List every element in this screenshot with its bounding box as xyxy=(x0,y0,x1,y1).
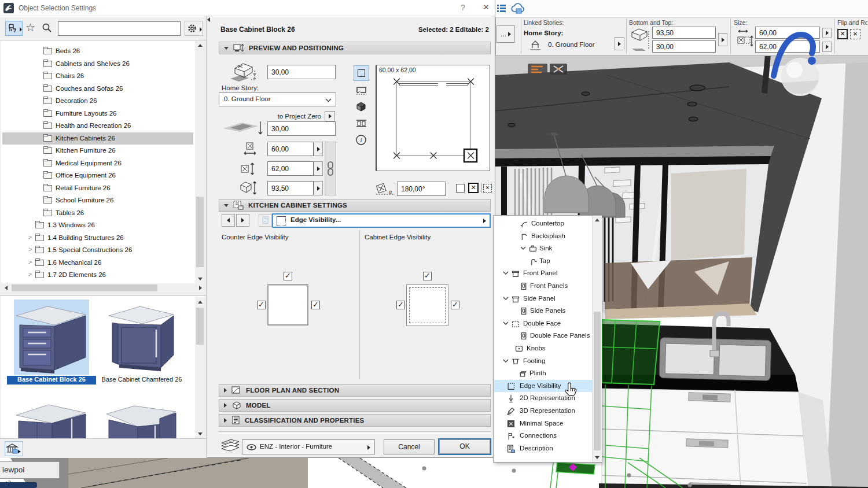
counter-edge-left-checkbox[interactable]: ✓ xyxy=(257,301,266,309)
to-project-zero-flyout[interactable] xyxy=(325,111,335,121)
expand-chevron-icon[interactable]: > xyxy=(28,234,32,241)
top-elevation-input[interactable] xyxy=(267,65,336,79)
size-depth-flyout[interactable] xyxy=(822,42,832,52)
menu-item-double-face[interactable]: Double Face xyxy=(494,317,592,330)
width-input[interactable] xyxy=(267,142,314,156)
preview-info-button[interactable]: i xyxy=(354,132,369,148)
search-input[interactable] xyxy=(58,21,181,36)
tree-item[interactable]: Cabinets and Shelves 26 xyxy=(2,58,193,71)
menu-item-front-panel[interactable]: Front Panel xyxy=(494,267,592,280)
thumbnail-corner-cabinet-a[interactable] xyxy=(14,400,89,438)
height-input[interactable] xyxy=(267,181,314,195)
menu-item-sink[interactable]: Sink xyxy=(494,242,592,255)
menu-item-footing[interactable]: Footing xyxy=(494,355,592,368)
preview-mode-3d-button[interactable] xyxy=(354,99,369,114)
viewpoint-palette-fragment[interactable]: iewpoi xyxy=(0,461,60,479)
tree-item[interactable]: >1.6 Mechanical 26 xyxy=(2,257,193,269)
home-story-select[interactable]: 0. Ground Floor xyxy=(219,93,336,106)
mirror-ghost-button[interactable]: ✕ xyxy=(483,184,492,193)
thumbnails-vertical-scrollbar[interactable] xyxy=(195,297,205,438)
menu-item-connections[interactable]: Connections xyxy=(494,430,592,442)
previous-page-button[interactable] xyxy=(222,214,235,227)
counter-edge-right-checkbox[interactable]: ✓ xyxy=(311,301,320,309)
tree-item[interactable]: Health and Recreation 26 xyxy=(2,120,193,132)
thumbnail-label[interactable]: Base Cabinet Block 26 xyxy=(7,376,96,385)
rotation-angle-input[interactable] xyxy=(397,182,446,196)
tree-item[interactable]: >1.5 Special Constructions 26 xyxy=(2,244,193,257)
menu-item-knobs[interactable]: Knobs xyxy=(494,342,592,355)
favorites-star-icon[interactable]: ☆ xyxy=(25,21,35,34)
cancel-button[interactable]: Cancel xyxy=(384,439,435,454)
tree-item[interactable]: Decoration 26 xyxy=(2,95,193,108)
page-selector-combo[interactable]: Edge Visibility... xyxy=(272,213,491,228)
tree-item[interactable]: Kitchen Cabinets 26 xyxy=(2,132,193,145)
expand-chevron-icon[interactable]: > xyxy=(28,258,32,265)
tree-horizontal-scrollbar[interactable] xyxy=(1,283,205,293)
size-width-field[interactable] xyxy=(755,27,820,39)
depth-flyout[interactable] xyxy=(314,161,323,176)
preview-mode-section-button[interactable] xyxy=(354,116,369,131)
cabinet-edge-top-checkbox[interactable]: ✓ xyxy=(423,272,432,280)
section-classification[interactable]: CLASSIFICATION AND PROPERTIES xyxy=(219,414,491,427)
top-elevation-field[interactable] xyxy=(652,27,716,39)
cabinet-edge-right-checkbox[interactable]: ✓ xyxy=(451,301,459,309)
size-width-flyout[interactable] xyxy=(822,28,832,38)
mirror-off-checkbox[interactable] xyxy=(456,184,465,193)
thumbnail-corner-cabinet-b[interactable] xyxy=(104,400,179,438)
ok-button[interactable]: OK xyxy=(438,438,491,455)
menu-item-plinth[interactable]: Plinth xyxy=(494,367,592,380)
tree-item[interactable]: Furniture Layouts 26 xyxy=(2,108,193,120)
mirror-on-button[interactable]: ✕ xyxy=(468,183,479,193)
home-story-flyout[interactable] xyxy=(615,37,624,50)
flip-mirror-button[interactable]: ✕ xyxy=(850,29,860,39)
expanded-chevron-icon[interactable] xyxy=(503,271,509,275)
load-other-object-button[interactable] xyxy=(5,441,23,456)
thumbnail-base-cabinet-chamfered[interactable] xyxy=(104,300,179,375)
width-flyout[interactable] xyxy=(314,142,323,156)
tree-item[interactable]: Retail Furniture 26 xyxy=(2,182,193,195)
menu-item-backsplash[interactable]: Backsplash xyxy=(494,230,592,243)
expand-chevron-icon[interactable]: > xyxy=(28,271,32,278)
teamwork-icon[interactable] xyxy=(496,3,507,14)
menu-item-rep-3d[interactable]: 3D Representation xyxy=(494,405,592,417)
menu-item-panels[interactable]: Double Face Panels xyxy=(494,330,592,342)
counter-edge-top-checkbox[interactable]: ✓ xyxy=(284,272,292,280)
browser-settings-button[interactable] xyxy=(185,21,203,36)
tree-item[interactable]: Office Equipment 26 xyxy=(2,169,193,182)
expanded-chevron-icon[interactable] xyxy=(520,246,526,250)
page-notes-button[interactable] xyxy=(259,214,272,227)
menu-item-tap[interactable]: Tap xyxy=(494,255,592,268)
help-button[interactable]: ? xyxy=(457,3,469,12)
pet-palette[interactable] xyxy=(528,64,567,75)
thumbnail-base-cabinet-block[interactable] xyxy=(14,300,89,375)
expand-chevron-icon[interactable]: > xyxy=(28,246,32,253)
layer-combo[interactable]: ENZ - Interior - Furniture xyxy=(242,439,375,454)
section-floor-plan[interactable]: FLOOR PLAN AND SECTION xyxy=(219,384,491,397)
depth-input[interactable] xyxy=(267,161,314,176)
height-flyout[interactable] xyxy=(314,181,323,195)
menu-item-minimal-space[interactable]: Minimal Space xyxy=(494,417,592,430)
cabinet-edge-left-checkbox[interactable]: ✓ xyxy=(396,301,405,309)
search-icon[interactable] xyxy=(42,23,52,33)
menu-item-panels[interactable]: Front Panels xyxy=(494,280,592,293)
close-button[interactable]: ✕ xyxy=(480,3,492,12)
tree-item[interactable]: Medical Equipment 26 xyxy=(2,157,193,170)
flip-button[interactable]: ✕ xyxy=(837,29,848,39)
menu-scrollbar[interactable] xyxy=(592,216,602,462)
toolbar-home-story-value[interactable]: 0. Ground Floor xyxy=(548,41,595,48)
expanded-chevron-icon[interactable] xyxy=(503,297,509,301)
menu-item-countertop[interactable]: Countertop xyxy=(494,217,592,230)
tree-vertical-scrollbar[interactable] xyxy=(195,40,205,283)
tree-item[interactable]: >1.4 Building Structures 26 xyxy=(2,232,193,245)
tree-item[interactable]: Beds 26 xyxy=(2,45,193,58)
preview-mode-plan-button[interactable] xyxy=(354,82,369,98)
menu-item-panels[interactable]: Side Panels xyxy=(494,305,592,317)
tree-item[interactable]: School Furniture 26 xyxy=(2,194,193,207)
next-page-button[interactable] xyxy=(236,214,249,227)
bottom-elevation-field[interactable] xyxy=(652,40,716,53)
section-model[interactable]: MODEL xyxy=(219,399,491,412)
preview-mode-2d-button[interactable] xyxy=(354,65,369,81)
tree-item[interactable]: Couches and Sofas 26 xyxy=(2,83,193,95)
object-type-button[interactable] xyxy=(5,21,23,36)
more-settings-button[interactable]: ... xyxy=(496,25,515,43)
